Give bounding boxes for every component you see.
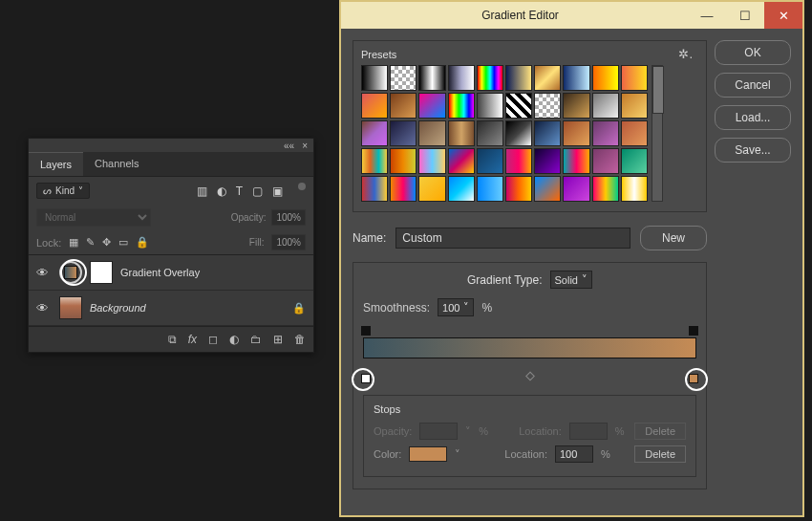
preset-swatch[interactable] bbox=[448, 176, 475, 202]
maximize-button[interactable]: ☐ bbox=[726, 2, 764, 29]
preset-swatch[interactable] bbox=[361, 120, 388, 146]
preset-swatch[interactable] bbox=[418, 93, 445, 119]
layer-name-label[interactable]: Gradient Overlay bbox=[120, 267, 306, 278]
preset-swatch[interactable] bbox=[534, 176, 561, 202]
new-layer-icon[interactable]: ⊞ bbox=[273, 333, 283, 346]
blend-mode-select[interactable]: Normal bbox=[36, 208, 151, 227]
visibility-icon[interactable]: 👁 bbox=[36, 266, 52, 280]
preset-swatch[interactable] bbox=[390, 93, 417, 119]
preset-swatch[interactable] bbox=[418, 176, 445, 202]
add-mask-icon[interactable]: ◻ bbox=[208, 333, 218, 346]
preset-swatch[interactable] bbox=[505, 176, 532, 202]
presets-menu-icon[interactable]: ✲. bbox=[678, 47, 698, 61]
color-chip[interactable] bbox=[409, 446, 447, 462]
preset-swatch[interactable] bbox=[563, 120, 589, 146]
opacity-stop-right[interactable] bbox=[689, 326, 698, 336]
preset-swatch[interactable] bbox=[418, 120, 445, 146]
midpoint-handle[interactable] bbox=[525, 372, 535, 381]
preset-swatch[interactable] bbox=[621, 148, 648, 174]
gradient-bar[interactable] bbox=[363, 328, 696, 372]
opacity-value[interactable]: 100% bbox=[271, 209, 306, 226]
preset-swatch[interactable] bbox=[505, 120, 532, 146]
preset-swatch[interactable] bbox=[477, 176, 503, 202]
location-field[interactable] bbox=[555, 445, 593, 463]
presets-scrollbar[interactable] bbox=[652, 65, 663, 202]
preset-swatch[interactable] bbox=[477, 148, 503, 174]
preset-swatch[interactable] bbox=[477, 65, 503, 91]
preset-swatch[interactable] bbox=[592, 176, 619, 202]
preset-swatch[interactable] bbox=[534, 93, 561, 119]
preset-swatch[interactable] bbox=[418, 148, 445, 174]
shape-filter-icon[interactable]: ▢ bbox=[252, 185, 263, 198]
layer-row[interactable]: 👁 Background 🔒 bbox=[29, 291, 313, 326]
preset-swatch[interactable] bbox=[477, 93, 503, 119]
preset-swatch[interactable] bbox=[621, 176, 648, 202]
layer-mask-thumb[interactable] bbox=[90, 261, 113, 284]
gradient-preview[interactable] bbox=[363, 337, 696, 358]
minimize-button[interactable]: — bbox=[688, 2, 726, 29]
preset-swatch[interactable] bbox=[592, 148, 619, 174]
preset-swatch[interactable] bbox=[361, 65, 388, 91]
preset-swatch[interactable] bbox=[390, 148, 417, 174]
preset-swatch[interactable] bbox=[390, 120, 417, 146]
link-layers-icon[interactable]: ⧉ bbox=[168, 333, 177, 346]
preset-swatch[interactable] bbox=[621, 65, 648, 91]
lock-artboard-icon[interactable]: ▭ bbox=[118, 236, 128, 249]
fill-value[interactable]: 100% bbox=[271, 234, 306, 250]
adjustment-layer-icon[interactable]: ◐ bbox=[229, 333, 239, 346]
new-gradient-button[interactable]: New bbox=[640, 226, 707, 250]
preset-swatch[interactable] bbox=[621, 93, 648, 119]
preset-swatch[interactable] bbox=[534, 65, 561, 91]
preset-swatch[interactable] bbox=[390, 176, 417, 202]
preset-swatch[interactable] bbox=[563, 176, 589, 202]
preset-swatch[interactable] bbox=[390, 65, 417, 91]
preset-swatch[interactable] bbox=[563, 65, 589, 91]
preset-swatch[interactable] bbox=[592, 120, 619, 146]
preset-swatch[interactable] bbox=[448, 65, 475, 91]
opacity-stop-left[interactable] bbox=[361, 326, 371, 336]
load-button[interactable]: Load... bbox=[715, 105, 791, 130]
preset-swatch[interactable] bbox=[477, 120, 503, 146]
lock-all-icon[interactable]: 🔒 bbox=[136, 236, 149, 249]
lock-position-icon[interactable]: ✥ bbox=[102, 236, 111, 249]
title-bar[interactable]: Gradient Editor — ☐ ✕ bbox=[341, 2, 802, 29]
close-button[interactable]: ✕ bbox=[764, 2, 802, 29]
pixel-filter-icon[interactable]: ▥ bbox=[197, 185, 207, 198]
layer-name-label[interactable]: Background bbox=[90, 302, 285, 314]
smartobj-filter-icon[interactable]: ▣ bbox=[272, 185, 283, 198]
ok-button[interactable]: OK bbox=[715, 40, 791, 65]
preset-swatch[interactable] bbox=[361, 176, 388, 202]
filter-toggle[interactable] bbox=[298, 183, 306, 190]
tab-layers[interactable]: Layers bbox=[29, 152, 83, 176]
close-panel-icon[interactable]: × bbox=[302, 141, 308, 151]
preset-swatch[interactable] bbox=[621, 120, 648, 146]
cancel-button[interactable]: Cancel bbox=[715, 73, 791, 98]
preset-swatch[interactable] bbox=[505, 93, 532, 119]
preset-swatch[interactable] bbox=[505, 148, 532, 174]
type-filter-icon[interactable]: T bbox=[236, 185, 243, 198]
layer-thumb[interactable] bbox=[59, 296, 82, 319]
collapse-icon[interactable]: «« bbox=[284, 141, 294, 151]
preset-swatch[interactable] bbox=[448, 93, 475, 119]
smoothness-input[interactable]: 100˅ bbox=[438, 298, 474, 316]
preset-swatch[interactable] bbox=[563, 93, 589, 119]
gradient-name-input[interactable] bbox=[395, 228, 630, 249]
delete-color-stop[interactable]: Delete bbox=[634, 445, 686, 463]
preset-swatch[interactable] bbox=[418, 65, 445, 91]
tab-channels[interactable]: Channels bbox=[83, 152, 150, 176]
preset-swatch[interactable] bbox=[448, 148, 475, 174]
layer-row[interactable]: 👁 Gradient Overlay bbox=[29, 255, 313, 291]
preset-swatch[interactable] bbox=[563, 148, 589, 174]
lock-transparency-icon[interactable]: ▦ bbox=[69, 236, 78, 249]
adjustment-filter-icon[interactable]: ◐ bbox=[217, 185, 226, 198]
preset-swatch[interactable] bbox=[534, 148, 561, 174]
fx-icon[interactable]: fx bbox=[188, 333, 197, 346]
save-button[interactable]: Save... bbox=[715, 138, 791, 163]
preset-swatch[interactable] bbox=[361, 93, 388, 119]
preset-swatch[interactable] bbox=[505, 65, 532, 91]
chevron-down-icon[interactable]: ˅ bbox=[455, 448, 460, 461]
preset-swatch[interactable] bbox=[361, 148, 388, 174]
visibility-icon[interactable]: 👁 bbox=[36, 301, 52, 315]
preset-swatch[interactable] bbox=[448, 120, 475, 146]
preset-swatch[interactable] bbox=[592, 65, 619, 91]
